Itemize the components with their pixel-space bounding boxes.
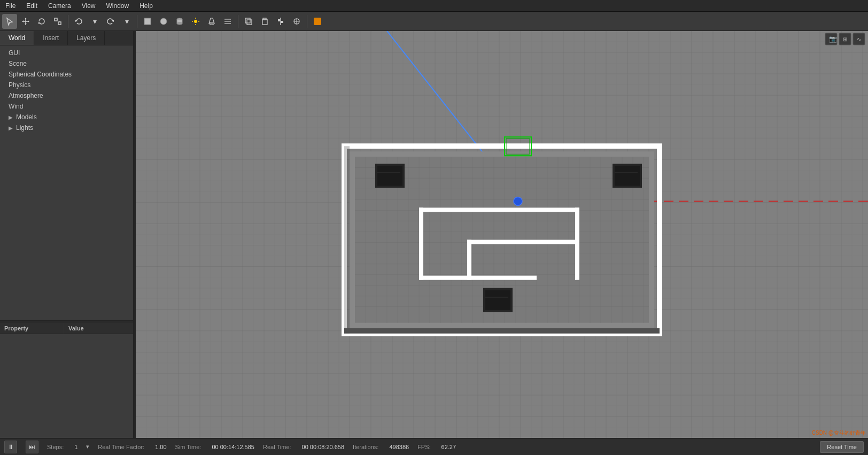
tree-item-gui[interactable]: GUI [0, 48, 133, 58]
svg-rect-202 [615, 166, 640, 186]
expand-arrow-icon: ▶ [9, 114, 13, 120]
menu-view[interactable]: View [76, 1, 101, 11]
tree-item-label: Physics [9, 81, 30, 89]
tree-item-physics[interactable]: Physics [0, 80, 133, 90]
simtime-value: 00 00:14:12.585 [212, 444, 254, 450]
tree-item-scene[interactable]: Scene [0, 58, 133, 69]
menu-camera[interactable]: Camera [43, 1, 76, 11]
world-tree: GUI Scene Spherical Coordinates Physics … [0, 45, 133, 320]
redo-drop-btn[interactable]: ▾ [119, 14, 134, 29]
svg-text:∿: ∿ [857, 36, 861, 42]
steps-dropdown[interactable]: ▾ [86, 443, 89, 450]
scale-tool-btn[interactable] [50, 14, 65, 29]
reset-time-btn[interactable]: Reset Time [820, 441, 864, 453]
fps-value: 62.27 [441, 444, 456, 450]
steps-label: Steps: [47, 444, 64, 450]
toolbar-sep-3 [238, 15, 238, 28]
svg-marker-3 [25, 24, 27, 25]
snap-btn[interactable] [289, 14, 304, 29]
svg-marker-2 [25, 18, 27, 19]
tree-item-lights[interactable]: ▶ Lights [0, 122, 133, 133]
sun-tool-btn[interactable] [188, 14, 203, 29]
tab-layers[interactable]: Layers [68, 31, 105, 45]
menu-help[interactable]: Help [134, 1, 158, 11]
directional-light-btn[interactable] [220, 14, 235, 29]
svg-point-17 [177, 22, 182, 25]
svg-rect-7 [55, 18, 57, 21]
step-btn[interactable]: ⏭ [26, 441, 38, 453]
tree-item-label: Lights [16, 124, 33, 132]
svg-rect-196 [344, 328, 660, 334]
value-col-header: Value [64, 323, 88, 334]
left-tabs: World Insert Layers [0, 31, 133, 45]
sphere-tool-btn[interactable] [156, 14, 171, 29]
copy-btn[interactable] [241, 14, 256, 29]
cylinder-tool-btn[interactable] [172, 14, 187, 29]
svg-rect-194 [467, 240, 471, 280]
tree-item-label: Scene [9, 60, 27, 67]
svg-rect-193 [419, 207, 423, 280]
svg-rect-205 [485, 290, 510, 310]
svg-text:⊞: ⊞ [843, 36, 847, 42]
steps-value: 1 [74, 444, 78, 450]
svg-rect-197 [344, 146, 350, 333]
svg-marker-5 [28, 20, 29, 22]
svg-rect-192 [419, 276, 537, 280]
properties-header: Property Value [0, 323, 133, 334]
tree-item-label: Atmosphere [9, 92, 43, 99]
tree-item-label: Models [16, 113, 37, 121]
toolbar-sep-1 [68, 15, 68, 28]
tree-item-models[interactable]: ▶ Models [0, 112, 133, 122]
svg-rect-29 [245, 18, 250, 23]
svg-rect-199 [377, 166, 402, 186]
anchor-btn[interactable] [273, 14, 288, 29]
orange-indicator-btn[interactable] [310, 14, 325, 29]
main-area: World Insert Layers GUI Scene Spherical … [0, 31, 868, 438]
tree-item-label: Wind [9, 103, 23, 110]
tree-item-wind[interactable]: Wind [0, 101, 133, 112]
toolbar-sep-2 [137, 15, 137, 28]
svg-point-18 [194, 20, 197, 23]
menu-file[interactable]: File [0, 1, 21, 11]
translate-tool-btn[interactable] [18, 14, 33, 29]
tree-item-label: GUI [9, 49, 20, 57]
iterations-value: 498386 [389, 444, 409, 450]
spot-light-btn[interactable] [204, 14, 219, 29]
properties-panel: Property Value [0, 320, 133, 438]
tab-world[interactable]: World [0, 31, 34, 45]
undo-drop-btn[interactable]: ▾ [87, 14, 102, 29]
svg-text:📷: 📷 [829, 35, 837, 43]
svg-rect-195 [467, 240, 579, 244]
statusbar: ⏸ ⏭ Steps: 1 ▾ Real Time Factor: 1.00 Si… [0, 438, 868, 455]
toolbar: ▾ ▾ [0, 12, 868, 31]
tree-item-spherical[interactable]: Spherical Coordinates [0, 69, 133, 80]
realtime-label: Real Time: [263, 444, 291, 450]
menu-window[interactable]: Window [101, 1, 135, 11]
select-tool-btn[interactable] [2, 14, 17, 29]
pause-btn[interactable]: ⏸ [4, 441, 17, 453]
svg-rect-190 [419, 207, 579, 212]
redo-btn[interactable] [103, 14, 118, 29]
svg-rect-36 [314, 18, 321, 25]
viewport-canvas: 📷 ⊞ ∿ [136, 31, 868, 438]
rtf-label: Real Time Factor: [98, 444, 144, 450]
menu-edit[interactable]: Edit [21, 1, 43, 11]
viewport[interactable]: 📷 ⊞ ∿ CSDN @奋斗的好青年 [136, 31, 868, 438]
rotate-tool-btn[interactable] [34, 14, 49, 29]
svg-point-14 [160, 18, 167, 25]
undo-btn[interactable] [71, 14, 86, 29]
svg-point-209 [514, 197, 522, 205]
box-tool-btn[interactable] [140, 14, 155, 29]
tab-insert[interactable]: Insert [34, 31, 68, 45]
paste-btn[interactable] [257, 14, 272, 29]
realtime-value: 00 00:08:20.658 [302, 444, 345, 450]
property-col-header: Property [0, 323, 64, 334]
svg-rect-34 [281, 21, 283, 23]
svg-rect-28 [247, 20, 252, 25]
svg-rect-13 [144, 18, 151, 25]
toolbar-sep-4 [307, 15, 307, 28]
svg-rect-33 [278, 19, 280, 21]
tree-item-atmosphere[interactable]: Atmosphere [0, 90, 133, 101]
rtf-value: 1.00 [155, 444, 166, 450]
tree-item-label: Spherical Coordinates [9, 71, 72, 78]
